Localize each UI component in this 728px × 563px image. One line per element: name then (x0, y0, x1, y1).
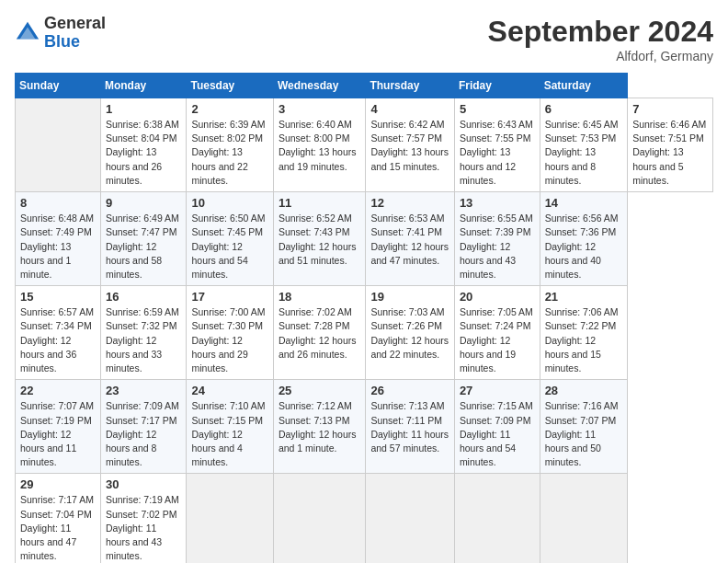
day-info: Sunrise: 6:42 AM Sunset: 7:57 PM Dayligh… (370, 118, 449, 174)
day-info: Sunrise: 6:55 AM Sunset: 7:39 PM Dayligh… (460, 212, 535, 282)
day-info: Sunrise: 6:40 AM Sunset: 8:00 PM Dayligh… (279, 118, 361, 174)
day-number: 15 (20, 290, 96, 304)
day-info: Sunrise: 6:57 AM Sunset: 7:34 PM Dayligh… (20, 305, 96, 375)
day-number: 25 (279, 384, 361, 397)
day-number: 7 (632, 102, 708, 116)
calendar-cell: 8Sunrise: 6:48 AM Sunset: 7:49 PM Daylig… (16, 192, 101, 286)
day-number: 3 (279, 102, 361, 116)
calendar-cell: 18Sunrise: 7:02 AM Sunset: 7:28 PM Dayli… (273, 286, 366, 380)
day-info: Sunrise: 7:09 AM Sunset: 7:17 PM Dayligh… (106, 399, 182, 469)
day-number: 4 (370, 102, 449, 116)
day-info: Sunrise: 6:59 AM Sunset: 7:32 PM Dayligh… (106, 305, 182, 375)
day-info: Sunrise: 7:10 AM Sunset: 7:15 PM Dayligh… (191, 399, 267, 469)
day-number: 16 (106, 290, 182, 304)
calendar-cell (454, 474, 540, 563)
day-number: 1 (106, 102, 182, 116)
calendar-cell: 2Sunrise: 6:39 AM Sunset: 8:02 PM Daylig… (187, 98, 273, 192)
calendar-cell: 1Sunrise: 6:38 AM Sunset: 8:04 PM Daylig… (100, 98, 187, 192)
month-title: September 2024 (488, 15, 713, 49)
calendar-cell (366, 474, 454, 563)
calendar-cell: 14Sunrise: 6:56 AM Sunset: 7:36 PM Dayli… (540, 192, 628, 286)
calendar-cell: 17Sunrise: 7:00 AM Sunset: 7:30 PM Dayli… (187, 286, 273, 380)
day-of-week-header: Wednesday (273, 74, 366, 98)
day-number: 6 (545, 102, 623, 116)
day-number: 17 (191, 290, 267, 304)
day-number: 30 (106, 477, 182, 491)
day-number: 13 (460, 196, 535, 210)
day-info: Sunrise: 7:07 AM Sunset: 7:19 PM Dayligh… (20, 399, 96, 469)
calendar-cell: 9Sunrise: 6:49 AM Sunset: 7:47 PM Daylig… (100, 192, 187, 286)
calendar-cell: 27Sunrise: 7:15 AM Sunset: 7:09 PM Dayli… (454, 380, 540, 474)
page-header: General Blue September 2024 Alfdorf, Ger… (15, 15, 713, 63)
calendar-cell: 30Sunrise: 7:19 AM Sunset: 7:02 PM Dayli… (100, 474, 187, 563)
calendar-week-row: 22Sunrise: 7:07 AM Sunset: 7:19 PM Dayli… (16, 380, 713, 474)
calendar-cell: 22Sunrise: 7:07 AM Sunset: 7:19 PM Dayli… (16, 380, 101, 474)
day-number: 27 (460, 384, 535, 397)
day-info: Sunrise: 7:15 AM Sunset: 7:09 PM Dayligh… (460, 399, 535, 469)
calendar-cell: 4Sunrise: 6:42 AM Sunset: 7:57 PM Daylig… (366, 98, 454, 192)
calendar-cell: 6Sunrise: 6:45 AM Sunset: 7:53 PM Daylig… (540, 98, 628, 192)
calendar-cell: 5Sunrise: 6:43 AM Sunset: 7:55 PM Daylig… (454, 98, 540, 192)
day-info: Sunrise: 6:56 AM Sunset: 7:36 PM Dayligh… (545, 212, 623, 282)
day-number: 22 (20, 384, 96, 397)
calendar-cell: 26Sunrise: 7:13 AM Sunset: 7:11 PM Dayli… (366, 380, 454, 474)
day-info: Sunrise: 7:03 AM Sunset: 7:26 PM Dayligh… (370, 305, 449, 362)
calendar-cell: 16Sunrise: 6:59 AM Sunset: 7:32 PM Dayli… (100, 286, 187, 380)
logo-line1: General (44, 15, 106, 33)
day-info: Sunrise: 6:45 AM Sunset: 7:53 PM Dayligh… (545, 118, 623, 188)
day-number: 21 (545, 290, 623, 304)
day-number: 19 (370, 290, 449, 304)
day-number: 9 (106, 196, 182, 210)
day-info: Sunrise: 7:05 AM Sunset: 7:24 PM Dayligh… (460, 305, 535, 375)
day-info: Sunrise: 6:46 AM Sunset: 7:51 PM Dayligh… (632, 118, 708, 188)
day-number: 28 (545, 384, 623, 397)
day-info: Sunrise: 6:50 AM Sunset: 7:45 PM Dayligh… (191, 212, 267, 282)
calendar-cell (187, 474, 273, 563)
calendar-cell: 25Sunrise: 7:12 AM Sunset: 7:13 PM Dayli… (273, 380, 366, 474)
day-info: Sunrise: 7:06 AM Sunset: 7:22 PM Dayligh… (545, 305, 623, 375)
calendar-cell (540, 474, 628, 563)
day-info: Sunrise: 7:00 AM Sunset: 7:30 PM Dayligh… (191, 305, 267, 375)
logo-icon (15, 20, 40, 46)
day-info: Sunrise: 6:52 AM Sunset: 7:43 PM Dayligh… (279, 212, 361, 268)
calendar-cell: 13Sunrise: 6:55 AM Sunset: 7:39 PM Dayli… (454, 192, 540, 286)
day-number: 10 (191, 196, 267, 210)
calendar-cell: 3Sunrise: 6:40 AM Sunset: 8:00 PM Daylig… (273, 98, 366, 192)
day-of-week-header: Thursday (366, 74, 454, 98)
day-info: Sunrise: 7:16 AM Sunset: 7:07 PM Dayligh… (545, 399, 623, 469)
day-number: 12 (370, 196, 449, 210)
calendar-cell: 29Sunrise: 7:17 AM Sunset: 7:04 PM Dayli… (16, 474, 101, 563)
location: Alfdorf, Germany (488, 49, 713, 63)
day-number: 24 (191, 384, 267, 397)
day-of-week-header: Tuesday (187, 74, 273, 98)
calendar-cell (16, 98, 101, 192)
day-number: 5 (460, 102, 535, 116)
calendar-cell: 10Sunrise: 6:50 AM Sunset: 7:45 PM Dayli… (187, 192, 273, 286)
day-info: Sunrise: 6:53 AM Sunset: 7:41 PM Dayligh… (370, 212, 449, 268)
calendar-cell: 12Sunrise: 6:53 AM Sunset: 7:41 PM Dayli… (366, 192, 454, 286)
logo: General Blue (15, 15, 106, 52)
day-info: Sunrise: 6:48 AM Sunset: 7:49 PM Dayligh… (20, 212, 96, 282)
day-number: 23 (106, 384, 182, 397)
calendar-cell: 11Sunrise: 6:52 AM Sunset: 7:43 PM Dayli… (273, 192, 366, 286)
day-info: Sunrise: 7:12 AM Sunset: 7:13 PM Dayligh… (279, 399, 361, 455)
day-number: 29 (20, 477, 96, 491)
day-of-week-header: Sunday (16, 74, 101, 98)
day-info: Sunrise: 7:17 AM Sunset: 7:04 PM Dayligh… (20, 493, 96, 563)
title-block: September 2024 Alfdorf, Germany (488, 15, 713, 63)
day-number: 20 (460, 290, 535, 304)
calendar-cell: 28Sunrise: 7:16 AM Sunset: 7:07 PM Dayli… (540, 380, 628, 474)
day-number: 8 (20, 196, 96, 210)
calendar-table: SundayMondayTuesdayWednesdayThursdayFrid… (15, 73, 713, 563)
day-of-week-header: Monday (100, 74, 187, 98)
day-number: 2 (191, 102, 267, 116)
day-info: Sunrise: 6:49 AM Sunset: 7:47 PM Dayligh… (106, 212, 182, 282)
day-info: Sunrise: 7:02 AM Sunset: 7:28 PM Dayligh… (279, 305, 361, 362)
day-number: 26 (370, 384, 449, 397)
day-number: 18 (279, 290, 361, 304)
day-number: 11 (279, 196, 361, 210)
calendar-header-row: SundayMondayTuesdayWednesdayThursdayFrid… (16, 74, 713, 98)
day-info: Sunrise: 7:13 AM Sunset: 7:11 PM Dayligh… (370, 399, 449, 455)
calendar-cell: 21Sunrise: 7:06 AM Sunset: 7:22 PM Dayli… (540, 286, 628, 380)
calendar-cell: 7Sunrise: 6:46 AM Sunset: 7:51 PM Daylig… (628, 98, 713, 192)
